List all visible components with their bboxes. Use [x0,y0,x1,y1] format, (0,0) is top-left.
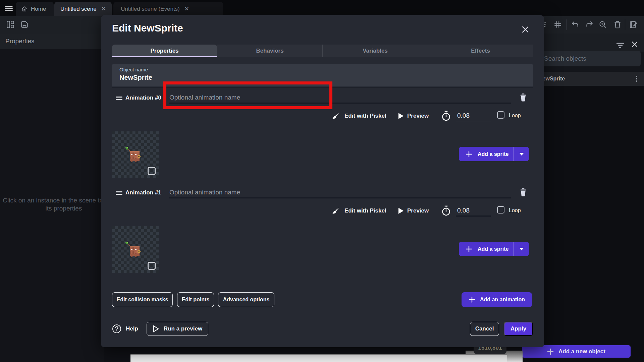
tab-home[interactable]: Home [16,2,54,16]
brush-icon[interactable] [332,206,340,215]
object-name-field: Object name [112,64,533,87]
chevron-down-icon[interactable] [514,153,529,156]
loop-label: Loop [509,113,521,119]
animation-controls: Edit with Piskel Preview Loop [101,205,544,217]
drag-handle-icon[interactable] [116,191,122,196]
plus-icon [469,296,475,303]
panel-layout-icon[interactable] [6,20,15,29]
close-icon[interactable]: ✕ [101,6,106,12]
help-button[interactable]: Help [112,322,138,336]
time-between-frames-input[interactable] [456,205,491,216]
tab-label: Behaviors [256,48,283,54]
loop-label: Loop [509,207,521,214]
animation-label: Animation #1 [125,189,161,196]
drag-handle-icon[interactable] [116,97,122,101]
add-sprite-button[interactable]: Add a sprite [459,147,529,161]
loop-checkbox[interactable] [497,206,504,214]
home-icon [21,6,28,12]
chevron-down-icon[interactable] [514,248,529,250]
play-icon[interactable] [398,207,404,214]
plus-icon [466,246,472,252]
tab-label: Effects [471,48,490,54]
help-icon [112,324,121,334]
tab-properties[interactable]: Properties [112,45,217,57]
sprite-thumbnail[interactable] [112,226,159,273]
animation-block-0: Animation #0 Edit with Piskel [101,95,544,195]
redo-icon[interactable] [585,20,594,29]
brush-icon[interactable] [332,111,340,120]
scene-canvas[interactable] [130,354,507,362]
add-animation-button[interactable]: Add an animation [462,292,532,307]
properties-panel-header: Properties [0,34,104,49]
add-sprite-button[interactable]: Add a sprite [459,242,529,256]
add-object-label: Add a new object [558,348,605,355]
apply-button[interactable]: Apply [504,322,533,336]
pig-sprite-image [124,242,142,258]
edit-with-piskel-button[interactable]: Edit with Piskel [344,113,386,119]
edit-collision-masks-button[interactable]: Edit collision masks [112,292,173,307]
object-name-input[interactable] [119,74,488,81]
close-icon[interactable] [521,25,530,34]
loop-checkbox[interactable] [497,111,504,119]
tab-untitled-scene[interactable]: Untitled scene ✕ [54,2,112,16]
tab-label: Home [31,6,46,12]
grid-icon[interactable] [553,20,562,29]
zoom-in-icon[interactable] [598,20,607,29]
menu-icon[interactable] [5,6,13,11]
sprite-thumbnail[interactable] [112,131,159,178]
add-sprite-label: Add a sprite [478,151,514,157]
preview-button[interactable]: Preview [407,113,429,119]
tab-untitled-scene-events[interactable]: Untitled scene (Events) ✕ [113,2,223,16]
object-name-label: Object name [119,67,533,72]
play-icon [153,325,159,333]
plus-icon [547,348,554,355]
pig-sprite-image [124,147,142,164]
tab-label: Properties [150,48,178,54]
tab-label: Untitled scene (Events) [121,6,180,12]
preview-button[interactable]: Preview [407,207,429,214]
gdevelop-app: Home Untitled scene ✕ Untitled scene (Ev… [0,0,644,362]
run-preview-label: Run a preview [164,325,202,332]
plus-icon [466,151,472,158]
stopwatch-icon [441,111,451,121]
animation-label: Animation #0 [125,95,161,101]
tab-effects[interactable]: Effects [428,45,533,57]
toolbar-divider [625,19,625,30]
run-preview-button[interactable]: Run a preview [147,322,208,336]
edit-sprite-dialog: Edit NewSprite Properties Behaviors Vari… [101,15,544,347]
kebab-menu-icon[interactable] [636,76,638,83]
edit-scene-icon[interactable] [629,20,638,29]
sprite-select-checkbox[interactable] [148,262,156,270]
tab-behaviors[interactable]: Behaviors [217,45,322,57]
trash-icon[interactable] [613,20,622,29]
animation-name-input[interactable] [169,187,511,198]
delete-animation-icon[interactable] [519,188,527,197]
animation-name-input[interactable] [169,92,511,103]
add-animation-label: Add an animation [480,297,525,303]
undo-icon[interactable] [571,20,580,29]
close-icon[interactable]: ✕ [184,6,189,12]
advanced-options-button[interactable]: Advanced options [218,292,274,307]
filter-icon[interactable] [616,42,624,48]
animation-block-1: Animation #1 Edit with Piskel [101,189,544,290]
dialog-tabs: Properties Behaviors Variables Effects [112,45,533,57]
time-between-frames-input[interactable] [456,110,491,121]
sprite-select-checkbox[interactable] [148,167,156,175]
edit-with-piskel-button[interactable]: Edit with Piskel [344,207,386,214]
toolbar-divider [567,19,567,30]
save-icon[interactable] [20,20,29,29]
top-tab-bar: Home Untitled scene ✕ Untitled scene (Ev… [0,0,644,16]
cancel-button[interactable]: Cancel [470,322,499,336]
help-label: Help [126,325,138,332]
edit-points-button[interactable]: Edit points [177,292,214,307]
animation-controls: Edit with Piskel Preview Loop [101,111,544,122]
play-icon[interactable] [398,113,404,119]
delete-animation-icon[interactable] [519,93,527,102]
tab-label: Untitled scene [60,6,97,12]
dialog-title: Edit NewSprite [112,22,183,34]
add-sprite-label: Add a sprite [478,246,514,252]
properties-panel: Properties Click on an instance in the s… [0,34,104,362]
stopwatch-icon [441,205,451,216]
tab-variables[interactable]: Variables [322,45,428,57]
close-icon[interactable] [631,41,638,48]
